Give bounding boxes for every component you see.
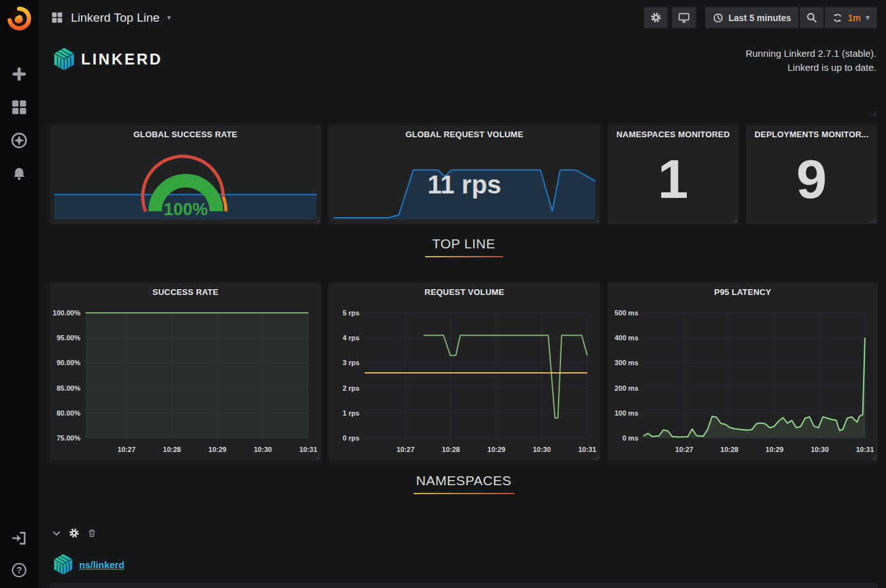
top-stats-row: GLOBAL SUCCESS RATE 100% GLOBAL REQUEST …: [50, 125, 878, 224]
create-plus-icon[interactable]: [10, 65, 28, 83]
dashboard-picker-grid-icon[interactable]: [51, 11, 63, 24]
x-axis: 10:2710:2810:2910:3010:31: [643, 446, 865, 455]
x-axis-label: 10:28: [442, 446, 460, 453]
top-line-graphs-row: SUCCESS RATE 100.00%95.00%90.00%85.00%80…: [50, 283, 878, 461]
zoom-out-button[interactable]: [800, 7, 823, 28]
panel-p95-latency-graph: P95 LATENCY 500 ms400 ms300 ms200 ms100 …: [608, 283, 878, 461]
sign-in-icon[interactable]: [10, 529, 28, 547]
grafana-logo[interactable]: [6, 5, 33, 32]
request-volume-plot[interactable]: [364, 313, 587, 438]
sidebar-nav: [10, 65, 28, 183]
panel-title[interactable]: REQUEST VOLUME: [329, 287, 600, 297]
row-settings-gear-icon[interactable]: [69, 528, 79, 538]
next-panel-edge: [50, 583, 878, 588]
dashboard-title[interactable]: Linkerd Top Line: [71, 11, 160, 25]
linkerd-logo-icon: [52, 553, 74, 576]
help-icon[interactable]: ?: [10, 561, 28, 579]
linkerd-brand: LINKERD: [52, 47, 163, 72]
main-area: Linkerd Top Line ▾: [38, 0, 886, 588]
panel-resize-handle[interactable]: [871, 111, 876, 116]
x-axis: 10:2710:2810:2910:3010:31: [86, 446, 308, 455]
svg-text:100%: 100%: [163, 200, 207, 219]
panel-title[interactable]: NAMESPACES MONITORED: [608, 130, 739, 139]
y-axis-label: 0 rps: [343, 434, 359, 442]
svg-text:?: ?: [17, 565, 22, 575]
y-axis-label: 85.00%: [57, 384, 80, 392]
y-axis-label: 100.00%: [53, 309, 80, 317]
x-axis-label: 10:30: [811, 446, 829, 453]
y-axis-label: 80.00%: [57, 409, 80, 417]
namespace-item: ns/linkerd: [50, 553, 878, 576]
y-axis-label: 0 ms: [622, 434, 638, 442]
y-axis-label: 3 rps: [343, 359, 359, 366]
panel-global-success-rate: GLOBAL SUCCESS RATE 100%: [50, 125, 321, 224]
dashboard: LINKERD Running Linkerd 2.7.1 (stable). …: [38, 35, 886, 588]
x-axis-label: 10:30: [533, 446, 551, 453]
title-caret-icon[interactable]: ▾: [167, 13, 171, 22]
y-axis-label: 500 ms: [615, 309, 638, 317]
y-axis-label: 95.00%: [57, 334, 80, 342]
panel-title[interactable]: P95 LATENCY: [608, 287, 878, 297]
y-axis-label: 90.00%: [57, 359, 80, 366]
x-axis-label: 10:29: [765, 446, 783, 453]
y-axis-label: 400 ms: [615, 334, 638, 342]
y-axis-label: 200 ms: [615, 384, 638, 392]
y-axis-label: 75.00%: [57, 434, 80, 442]
x-axis-label: 10:31: [856, 446, 874, 453]
x-axis-label: 10:27: [396, 446, 414, 453]
panel-title[interactable]: SUCCESS RATE: [50, 287, 321, 297]
alerting-bell-icon[interactable]: [10, 165, 28, 183]
p95-latency-plot[interactable]: [643, 313, 865, 438]
explore-compass-icon[interactable]: [10, 132, 28, 149]
panel-request-volume-graph: REQUEST VOLUME 5 rps4 rps3 rps2 rps1 rps…: [329, 283, 600, 461]
panel-success-rate-graph: SUCCESS RATE 100.00%95.00%90.00%85.00%80…: [50, 283, 321, 461]
navbar-actions: Last 5 minutes: [644, 7, 877, 28]
cycle-view-mode-button[interactable]: [672, 7, 696, 28]
panel-global-request-volume: GLOBAL REQUEST VOLUME 11 rps: [329, 125, 600, 224]
x-axis-label: 10:31: [299, 446, 317, 453]
success-rate-plot[interactable]: [86, 313, 308, 438]
grafana-app: ? Linkerd Top Line ▾: [0, 0, 886, 588]
namespace-link[interactable]: ns/linkerd: [79, 559, 124, 570]
deployments-monitored-value: 9: [746, 147, 877, 210]
x-axis-label: 10:29: [488, 446, 506, 453]
y-axis: 500 ms400 ms300 ms200 ms100 ms0 ms: [608, 313, 638, 438]
dashboard-settings-button[interactable]: [644, 7, 668, 28]
namespaces-monitored-value: 1: [608, 147, 739, 210]
status-line-2: Linkerd is up to date.: [746, 61, 876, 75]
x-axis-label: 10:27: [117, 446, 135, 453]
x-axis-label: 10:30: [254, 446, 272, 453]
refresh-button[interactable]: 1m ▾: [825, 7, 877, 28]
linkerd-logo-icon: [52, 47, 76, 72]
panel-title[interactable]: DEPLOYMENTS MONITOR...: [746, 130, 877, 139]
y-axis-label: 300 ms: [615, 359, 638, 366]
y-axis-label: 100 ms: [615, 409, 638, 417]
x-axis-label: 10:27: [675, 446, 693, 453]
section-title: NAMESPACES: [50, 473, 878, 488]
linkerd-version-status: Running Linkerd 2.7.1 (stable). Linkerd …: [746, 47, 876, 75]
time-range-button[interactable]: Last 5 minutes: [705, 7, 799, 28]
y-axis-label: 1 rps: [343, 409, 359, 417]
x-axis-label: 10:28: [163, 446, 181, 453]
refresh-interval-label: 1m: [848, 13, 860, 23]
request-volume-value: 11 rps: [329, 170, 600, 199]
status-line-1: Running Linkerd 2.7.1 (stable).: [746, 47, 876, 61]
row-delete-trash-icon[interactable]: [87, 529, 96, 538]
x-axis: 10:2710:2810:2910:3010:31: [364, 446, 587, 455]
row-controls: [50, 527, 878, 539]
section-top-line: TOP LINE: [50, 224, 878, 283]
x-axis-label: 10:29: [209, 446, 227, 453]
panel-title[interactable]: GLOBAL SUCCESS RATE: [50, 130, 321, 139]
dashboards-grid-icon[interactable]: [10, 98, 28, 116]
section-title: TOP LINE: [50, 236, 878, 252]
time-range-label: Last 5 minutes: [728, 13, 791, 23]
refresh-caret-icon: ▾: [866, 13, 869, 22]
top-navbar: Linkerd Top Line ▾: [38, 0, 886, 35]
panel-title[interactable]: GLOBAL REQUEST VOLUME: [329, 130, 600, 139]
collapse-chevron-icon[interactable]: [52, 531, 61, 536]
panel-deployments-monitored: DEPLOYMENTS MONITOR... 9: [746, 125, 877, 224]
section-underline: [414, 493, 514, 494]
y-axis: 100.00%95.00%90.00%85.00%80.00%75.00%: [50, 313, 80, 438]
y-axis: 5 rps4 rps3 rps2 rps1 rps0 rps: [329, 313, 359, 438]
y-axis-label: 2 rps: [343, 384, 359, 392]
